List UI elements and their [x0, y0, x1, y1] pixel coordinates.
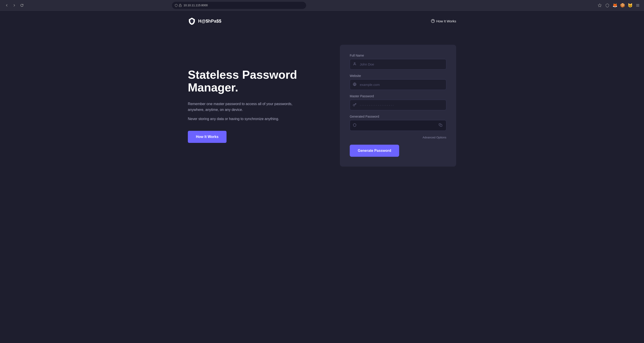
- browser-chrome: 10.10.11.115:8000 🦊 🍪 😺: [0, 0, 644, 11]
- master-password-input-wrapper: [350, 100, 446, 110]
- hero-description-2: Never storing any data or having to sync…: [188, 116, 300, 122]
- form-card: Full Name Website: [340, 45, 456, 166]
- logo: H@$hPa$$: [188, 17, 222, 25]
- how-it-works-nav-label: How It Works: [436, 19, 456, 23]
- generated-password-label: Generated Password: [350, 115, 446, 118]
- logo-text: H@$hPa$$: [198, 18, 222, 24]
- app-container: H@$hPa$$ How It Works Stateless Password…: [179, 11, 465, 180]
- generated-password-input[interactable]: AMl.q2DHp?2.C/V0kNFU: [350, 120, 446, 131]
- website-label: Website: [350, 74, 446, 78]
- app-header: H@$hPa$$ How It Works: [188, 11, 456, 31]
- forward-button[interactable]: [11, 2, 18, 8]
- logo-shield-icon: [188, 17, 196, 25]
- generate-password-button[interactable]: Generate Password: [350, 145, 399, 157]
- full-name-input[interactable]: [350, 59, 446, 70]
- refresh-button[interactable]: [19, 2, 25, 8]
- website-input[interactable]: [350, 80, 446, 90]
- extension-2-icon[interactable]: 🍪: [620, 3, 625, 8]
- website-input-wrapper: [350, 80, 446, 90]
- full-name-input-wrapper: [350, 59, 446, 70]
- nav-buttons: [4, 2, 25, 8]
- menu-icon[interactable]: [635, 3, 640, 8]
- generated-password-group: Generated Password AMl.q2DHp?2.C/V0kNFU: [350, 115, 446, 131]
- master-password-label: Master Password: [350, 94, 446, 98]
- hero-title: Stateless Password Manager.: [188, 68, 300, 94]
- question-circle-icon: [431, 19, 435, 23]
- copy-button[interactable]: [438, 122, 443, 128]
- address-bar-security: [175, 4, 182, 7]
- extension-3-icon[interactable]: 😺: [628, 3, 633, 8]
- svg-rect-0: [179, 5, 181, 6]
- how-it-works-nav-link[interactable]: How It Works: [431, 19, 456, 23]
- advanced-options: Advanced Options: [350, 135, 446, 139]
- back-button[interactable]: [4, 2, 10, 8]
- hero-description-1: Remember one master password to access a…: [188, 101, 300, 112]
- master-password-input[interactable]: [350, 100, 446, 110]
- shield-browser-icon[interactable]: [605, 3, 610, 8]
- master-password-group: Master Password: [350, 94, 446, 110]
- hero-section: Stateless Password Manager. Remember one…: [188, 68, 300, 143]
- star-icon[interactable]: [597, 3, 602, 8]
- how-it-works-button[interactable]: How It Works: [188, 131, 226, 143]
- address-bar[interactable]: 10.10.11.115:8000: [172, 2, 306, 9]
- full-name-group: Full Name: [350, 54, 446, 70]
- svg-marker-1: [598, 4, 601, 7]
- full-name-label: Full Name: [350, 54, 446, 57]
- main-content: Stateless Password Manager. Remember one…: [188, 31, 456, 180]
- generated-password-wrapper: AMl.q2DHp?2.C/V0kNFU: [350, 120, 446, 131]
- extension-1-icon[interactable]: 🦊: [612, 3, 618, 8]
- browser-toolbar-right: 🦊 🍪 😺: [597, 3, 640, 8]
- svg-rect-10: [440, 124, 442, 126]
- advanced-options-link[interactable]: Advanced Options: [422, 136, 446, 139]
- url-text: 10.10.11.115:8000: [184, 4, 208, 7]
- website-group: Website: [350, 74, 446, 90]
